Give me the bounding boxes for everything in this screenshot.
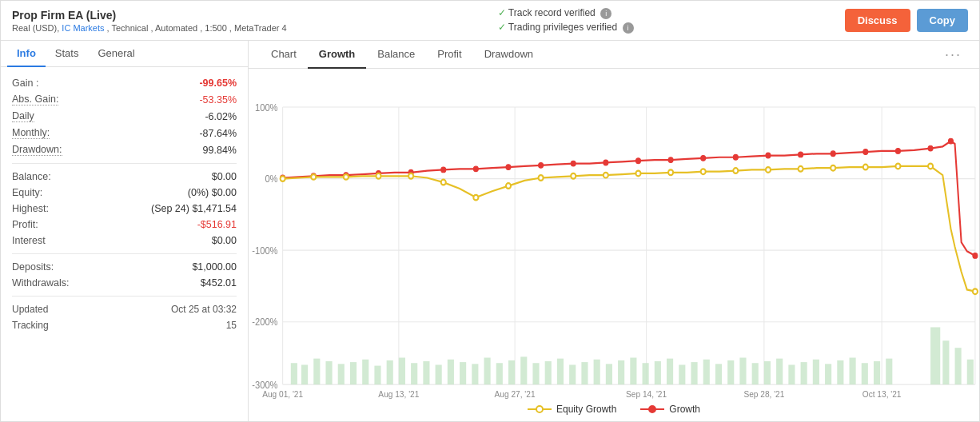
svg-point-119 bbox=[895, 164, 900, 169]
svg-point-110 bbox=[604, 173, 608, 178]
svg-point-101 bbox=[311, 174, 316, 180]
deposits-value: $1,000.00 bbox=[192, 261, 237, 273]
chart-tab-drawdown[interactable]: Drawdown bbox=[473, 41, 544, 69]
profit-row: Profit: -$516.91 bbox=[12, 217, 237, 233]
profit-value: -$516.91 bbox=[197, 219, 237, 230]
svg-point-120 bbox=[928, 164, 933, 169]
svg-text:Sep 14, '21: Sep 14, '21 bbox=[626, 388, 667, 399]
svg-rect-33 bbox=[411, 363, 417, 384]
svg-rect-42 bbox=[520, 356, 527, 384]
interest-value: $0.00 bbox=[212, 235, 237, 246]
svg-point-86 bbox=[571, 161, 576, 166]
svg-rect-76 bbox=[967, 360, 974, 384]
svg-rect-50 bbox=[618, 360, 624, 384]
svg-rect-48 bbox=[594, 360, 600, 384]
monthly-value: -87.64% bbox=[199, 128, 237, 139]
svg-rect-32 bbox=[399, 358, 405, 385]
discuss-button[interactable]: Discuss bbox=[845, 9, 910, 32]
svg-rect-46 bbox=[569, 364, 576, 384]
chart-tab-balance[interactable]: Balance bbox=[366, 41, 426, 69]
chart-tab-chart[interactable]: Chart bbox=[260, 41, 308, 69]
svg-point-99 bbox=[973, 253, 978, 259]
svg-rect-53 bbox=[655, 361, 661, 384]
updated-row: Updated Oct 25 at 03:32 bbox=[12, 301, 237, 317]
chart-tab-growth[interactable]: Growth bbox=[308, 41, 367, 69]
svg-point-102 bbox=[344, 174, 349, 180]
highest-label: Highest: bbox=[12, 203, 49, 214]
svg-rect-47 bbox=[581, 362, 588, 384]
svg-text:Aug 01, '21: Aug 01, '21 bbox=[262, 388, 303, 399]
drawdown-label: Drawdown: bbox=[12, 144, 62, 156]
svg-point-91 bbox=[733, 154, 738, 160]
account-subtitle: Real (USD), IC Markets , Technical , Aut… bbox=[12, 23, 287, 33]
gain-value: -99.65% bbox=[199, 78, 237, 89]
svg-text:100%: 100% bbox=[255, 102, 278, 113]
equity-growth-label: Equity Growth bbox=[556, 404, 616, 415]
svg-point-121 bbox=[973, 289, 978, 294]
profit-label: Profit: bbox=[12, 219, 38, 230]
svg-rect-56 bbox=[691, 362, 697, 384]
track-record-info-icon[interactable]: i bbox=[600, 8, 612, 19]
daily-row: Daily -6.02% bbox=[12, 108, 237, 125]
monthly-row: Monthly: -87.64% bbox=[12, 125, 237, 141]
svg-point-114 bbox=[733, 168, 738, 173]
svg-point-106 bbox=[473, 195, 478, 201]
svg-text:Aug 13, '21: Aug 13, '21 bbox=[378, 388, 419, 399]
equity-row: Equity: (0%) $0.00 bbox=[12, 185, 237, 201]
ic-markets-link[interactable]: IC Markets bbox=[62, 23, 104, 33]
svg-text:Sep 28, '21: Sep 28, '21 bbox=[743, 388, 784, 399]
chart-tabs: Chart Growth Balance Profit Drawdown ··· bbox=[249, 41, 979, 69]
page-body: Info Stats General Gain : -99.65% Abs. G… bbox=[1, 41, 979, 421]
svg-rect-68 bbox=[837, 360, 843, 384]
copy-button[interactable]: Copy bbox=[917, 9, 969, 32]
svg-rect-66 bbox=[813, 360, 819, 384]
svg-rect-70 bbox=[862, 363, 868, 384]
abs-gain-value: -53.35% bbox=[199, 94, 237, 106]
svg-text:Aug 27, '21: Aug 27, '21 bbox=[495, 388, 536, 399]
divider-1 bbox=[12, 163, 237, 164]
monthly-label: Monthly: bbox=[12, 127, 50, 139]
svg-rect-49 bbox=[606, 364, 612, 384]
trading-privileges-info-icon[interactable]: i bbox=[623, 22, 634, 34]
withdrawals-row: Withdrawals: $452.01 bbox=[12, 275, 237, 291]
svg-rect-36 bbox=[448, 360, 454, 384]
svg-rect-55 bbox=[679, 364, 685, 384]
svg-point-115 bbox=[766, 167, 771, 173]
tab-general[interactable]: General bbox=[88, 41, 144, 67]
svg-point-107 bbox=[506, 183, 511, 189]
svg-point-113 bbox=[701, 169, 706, 174]
equity-growth-line-icon bbox=[528, 405, 552, 413]
tracking-label: Tracking bbox=[12, 320, 49, 331]
svg-point-88 bbox=[635, 158, 640, 164]
svg-rect-67 bbox=[825, 364, 831, 384]
svg-rect-26 bbox=[325, 361, 332, 384]
abs-gain-row: Abs. Gain: -53.35% bbox=[12, 91, 237, 108]
interest-row: Interest $0.00 bbox=[12, 233, 237, 249]
svg-rect-51 bbox=[630, 358, 636, 385]
svg-rect-52 bbox=[643, 363, 649, 384]
svg-rect-35 bbox=[436, 364, 442, 384]
svg-rect-24 bbox=[301, 364, 308, 384]
svg-rect-43 bbox=[532, 363, 539, 384]
svg-point-85 bbox=[539, 162, 544, 168]
growth-label: Growth bbox=[669, 404, 700, 415]
tab-info[interactable]: Info bbox=[7, 41, 46, 67]
updated-value: Oct 25 at 03:32 bbox=[171, 304, 237, 315]
svg-point-90 bbox=[701, 156, 706, 161]
svg-rect-44 bbox=[545, 361, 552, 384]
account-title: Prop Firm EA (Live) bbox=[12, 9, 287, 22]
svg-point-112 bbox=[668, 169, 673, 175]
svg-rect-63 bbox=[776, 359, 783, 384]
chart-tab-profit[interactable]: Profit bbox=[426, 41, 472, 69]
svg-rect-27 bbox=[338, 364, 345, 384]
svg-point-89 bbox=[668, 157, 673, 163]
svg-point-97 bbox=[928, 145, 933, 151]
svg-rect-62 bbox=[764, 361, 771, 384]
svg-point-125 bbox=[649, 406, 655, 412]
svg-point-84 bbox=[506, 165, 511, 170]
more-options-button[interactable]: ··· bbox=[938, 43, 968, 66]
highest-row: Highest: (Sep 24) $1,471.54 bbox=[12, 201, 237, 217]
tab-stats[interactable]: Stats bbox=[46, 41, 89, 67]
svg-point-117 bbox=[831, 165, 835, 171]
withdrawals-value: $452.01 bbox=[201, 277, 237, 289]
